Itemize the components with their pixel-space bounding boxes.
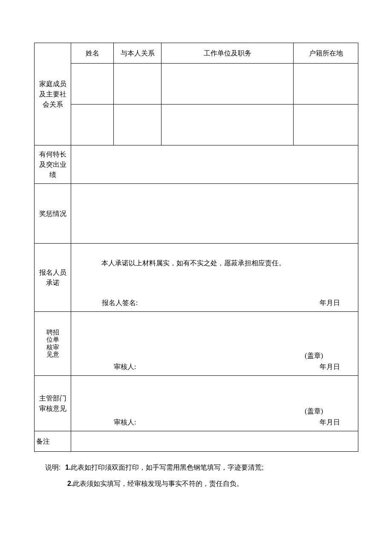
family-residence-cell (294, 105, 358, 145)
family-header-row: 家庭成员 及主要社 会关系 姓名 与本人关系 工作单位及职务 户籍所在地 (35, 43, 358, 64)
label-text-l2: 承诺 (35, 278, 70, 288)
label-text-l2: 及主要社 (35, 89, 70, 99)
dept-review-label: 主管部门 审核意见 (35, 376, 71, 431)
label-text-l1: 家庭成员 (35, 79, 70, 89)
col-header-name: 姓名 (71, 43, 114, 64)
family-workplace-cell (161, 64, 294, 105)
recruit-date-label: 年月日 (320, 362, 340, 372)
notes-item1-num: 1. (65, 464, 71, 471)
form-table: 家庭成员 及主要社 会关系 姓名 与本人关系 工作单位及职务 户籍所在地 有何特… (34, 43, 358, 452)
notes-prefix: 说明: (45, 464, 61, 471)
reward-label: 奖惩情况 (35, 184, 71, 244)
promise-label: 报名人员 承诺 (35, 244, 71, 312)
promise-content-cell: 本人承诺以上材料属实，如有不实之处，愿菽承担相应责任。 报名人签名: 年月日 (71, 244, 358, 312)
promise-statement: 本人承诺以上材料属实，如有不实之处，愿菽承担相应责任。 (81, 249, 349, 268)
remark-value (71, 431, 358, 452)
label-text-l1: 主管部门 (35, 393, 70, 404)
family-section-label: 家庭成员 及主要社 会关系 (35, 43, 71, 145)
dept-reviewer-label: 审核人: (114, 417, 136, 427)
label-text-l1: 报名人员 (35, 267, 70, 278)
label-text-l3: 会关系 (35, 99, 70, 110)
notes-line-1: 说明: 1.此表如打印须双面打印，如手写需用黑色钢笔填写，字迹要清荒; (45, 459, 358, 476)
recruit-review-row: 聘招 位单 核审 见意 (盖章) 审核人: 年月日 (35, 312, 358, 376)
dept-review-content: (盖章) 审核人: 年月日 (71, 376, 358, 431)
family-name-cell (71, 64, 114, 105)
family-relation-cell (114, 64, 161, 105)
label-text-l2: 审核意见 (35, 404, 70, 414)
promise-sign-label: 报名人签名: (102, 298, 138, 308)
col-header-residence: 户籍所在地 (294, 43, 358, 64)
recruit-stamp: (盖章) (305, 351, 323, 361)
specialty-row: 有何特长 及突出业 绩 (35, 145, 358, 184)
notes-section: 说明: 1.此表如打印须双面打印，如手写需用黑色钢笔填写，字迹要清荒; 2.此表… (34, 459, 358, 492)
col-header-relation: 与本人关系 (114, 43, 161, 64)
label-text-l3: 绩 (35, 170, 70, 180)
col-header-workplace: 工作单位及职务 (161, 43, 294, 64)
specialty-value (71, 145, 358, 184)
remark-label: 备注 (35, 431, 71, 452)
label-text-l1: 有何特长 (35, 149, 70, 160)
notes-item1-text: 此表如打印须双面打印，如手写需用黑色钢笔填写，字迹要清荒; (71, 464, 263, 471)
promise-date-label: 年月日 (320, 298, 340, 308)
remark-row: 备注 (35, 431, 358, 452)
family-relation-cell (114, 105, 161, 145)
notes-line-2: 2.此表须如实填写，经审核发现与事实不符的，责任自负。 (45, 476, 358, 492)
family-data-row (35, 64, 358, 105)
reward-row: 奖惩情况 (35, 184, 358, 244)
recruit-reviewer-label: 审核人: (114, 362, 136, 372)
family-residence-cell (294, 64, 358, 105)
notes-item2-text: 此表须如实填写，经审核发现与事实不符的，责任自负。 (73, 480, 243, 487)
family-data-row (35, 105, 358, 145)
reward-value (71, 184, 358, 244)
promise-row: 报名人员 承诺 本人承诺以上材料属实，如有不实之处，愿菽承担相应责任。 报名人签… (35, 244, 358, 312)
specialty-label: 有何特长 及突出业 绩 (35, 145, 71, 184)
dept-review-row: 主管部门 审核意见 (盖章) 审核人: 年月日 (35, 376, 358, 431)
label-text-l2: 及突出业 (35, 160, 70, 170)
notes-item2-num: 2. (67, 480, 73, 487)
family-workplace-cell (161, 105, 294, 145)
dept-stamp: (盖章) (305, 406, 323, 416)
family-name-cell (71, 105, 114, 145)
recruit-review-content: (盖章) 审核人: 年月日 (71, 312, 358, 376)
dept-date-label: 年月日 (320, 417, 340, 427)
recruit-review-label: 聘招 位单 核审 见意 (35, 312, 71, 376)
